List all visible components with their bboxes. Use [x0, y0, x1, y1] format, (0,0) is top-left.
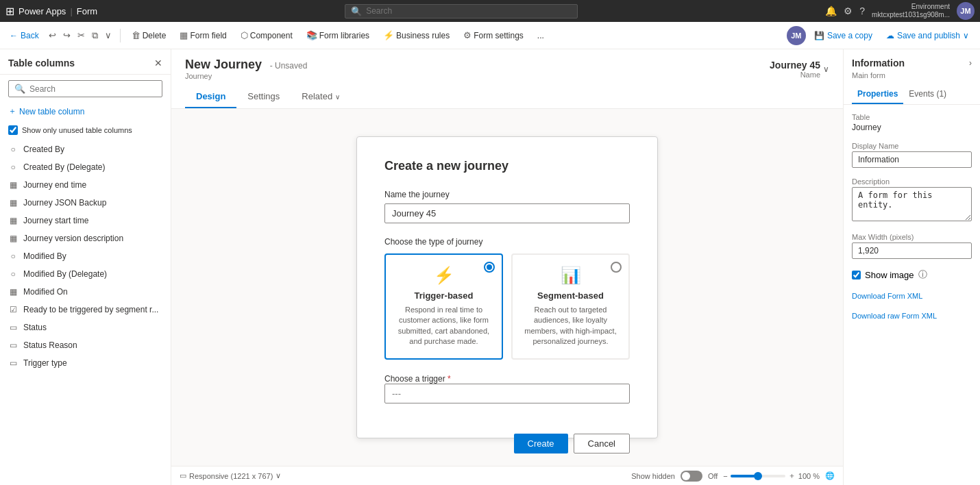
- show-image-checkbox[interactable]: [852, 271, 861, 279]
- list-item[interactable]: ▭Status Reason: [0, 336, 171, 354]
- list-item[interactable]: ▦Journey JSON Backup: [0, 194, 171, 212]
- list-item-label: Trigger type: [23, 358, 67, 368]
- help-icon[interactable]: ?: [859, 5, 865, 16]
- form-header: New Journey - Unsaved Journey Journey 45…: [171, 49, 843, 109]
- segment-based-card[interactable]: 📊 Segment-based Reach out to targeted au…: [511, 253, 630, 360]
- trigger-input[interactable]: [384, 384, 630, 403]
- description-input[interactable]: A form for this entity.: [852, 187, 972, 221]
- form-settings-icon: ⚙: [463, 30, 471, 40]
- list-item[interactable]: ☑Ready to be triggered by segment r...: [0, 301, 171, 319]
- list-item[interactable]: ○Created By: [0, 140, 171, 158]
- list-item-label: Journey JSON Backup: [23, 198, 106, 208]
- download-form-xml-link[interactable]: Download Form XML: [852, 292, 922, 300]
- chevron-down-button[interactable]: ∨: [102, 27, 114, 43]
- tab-related[interactable]: Related ∨: [291, 86, 350, 108]
- cut-button[interactable]: ✂: [75, 27, 88, 43]
- bottom-bar: ▭ Responsive (1221 x 767) ∨ Show hidden …: [171, 466, 843, 485]
- list-item-label: Status: [23, 323, 47, 332]
- form-libraries-button[interactable]: 📚 Form libraries: [301, 27, 375, 43]
- form-field-button[interactable]: ▦ Form field: [174, 27, 232, 43]
- max-width-input[interactable]: [852, 242, 972, 259]
- delete-icon: 🗑: [132, 30, 140, 40]
- right-panel: Information › Main form Properties Event…: [843, 49, 980, 485]
- settings-icon[interactable]: ⚙: [844, 5, 853, 16]
- table-value: Journey: [852, 123, 972, 132]
- globe-icon[interactable]: 🌐: [825, 471, 835, 480]
- segment-card-desc: Reach out to targeted audiences, like lo…: [524, 305, 617, 347]
- delete-button[interactable]: 🗑 Delete: [126, 27, 172, 43]
- show-hidden-label: Show hidden: [631, 472, 675, 480]
- tab-settings[interactable]: Settings: [236, 86, 291, 108]
- tab-events[interactable]: Events (1): [903, 85, 952, 104]
- form-name: New Journey: [185, 58, 262, 71]
- responsive-chevron[interactable]: ∨: [275, 471, 281, 480]
- back-button[interactable]: ← Back: [5, 28, 43, 43]
- panel-search-input[interactable]: [29, 84, 156, 94]
- show-hidden-toggle[interactable]: [681, 471, 702, 482]
- redo-button[interactable]: ↪: [60, 27, 73, 43]
- notification-icon[interactable]: 🔔: [825, 5, 837, 16]
- dialog-actions: Create Cancel: [384, 434, 630, 453]
- search-box[interactable]: 🔍: [345, 4, 578, 18]
- journey-name-right: Journey 45: [770, 60, 820, 71]
- tab-design[interactable]: Design: [185, 86, 236, 108]
- journey-name-input[interactable]: [384, 203, 630, 223]
- display-name-label: Display Name: [852, 142, 972, 150]
- panel-search-box[interactable]: 🔍: [8, 80, 162, 97]
- form-settings-button[interactable]: ⚙ Form settings: [458, 27, 529, 43]
- search-input[interactable]: [366, 6, 572, 16]
- business-rules-button[interactable]: ⚡ Business rules: [378, 27, 455, 43]
- download-raw-xml-link[interactable]: Download raw Form XML: [852, 312, 937, 320]
- save-publish-button[interactable]: ☁ Save and publish ∨: [881, 28, 975, 43]
- dialog-title: Create a new journey: [384, 159, 630, 173]
- tab-properties[interactable]: Properties: [852, 85, 903, 104]
- chevron-down-icon[interactable]: ∨: [823, 64, 829, 74]
- list-item-label: Ready to be triggered by segment r...: [23, 305, 158, 314]
- close-panel-button[interactable]: ✕: [154, 58, 162, 69]
- zoom-plus-icon[interactable]: ＋: [788, 471, 796, 481]
- user-avatar[interactable]: JM: [957, 2, 975, 20]
- column-list: ○Created By○Created By (Delegate)▦Journe…: [0, 140, 171, 485]
- app-name: Power Apps: [19, 6, 66, 16]
- list-item-icon: ▦: [8, 180, 18, 190]
- trigger-based-card[interactable]: ⚡ Trigger-based Respond in real time to …: [384, 253, 503, 360]
- zoom-control: − ＋ 100 %: [723, 471, 820, 481]
- app-divider: |: [70, 6, 72, 16]
- component-button[interactable]: ⬡ Component: [235, 27, 298, 43]
- expand-button[interactable]: ›: [969, 58, 972, 68]
- cancel-button[interactable]: Cancel: [574, 434, 630, 453]
- create-journey-dialog: Create a new journey Name the journey Ch…: [356, 136, 658, 438]
- segment-radio[interactable]: [611, 262, 622, 273]
- save-copy-button[interactable]: 💾 Save a copy: [809, 28, 878, 43]
- trigger-radio[interactable]: [484, 262, 495, 273]
- list-item[interactable]: ○Modified By: [0, 247, 171, 265]
- user-avatar-toolbar[interactable]: JM: [787, 26, 806, 45]
- copy-button[interactable]: ⧉: [89, 27, 101, 44]
- list-item[interactable]: ▭Trigger type: [0, 354, 171, 372]
- list-item-label: Journey end time: [23, 180, 86, 190]
- zoom-minus-icon[interactable]: −: [723, 472, 727, 480]
- list-item[interactable]: ▦Journey end time: [0, 176, 171, 194]
- display-name-input[interactable]: [852, 151, 972, 168]
- show-unused-checkbox[interactable]: [8, 125, 18, 135]
- list-item[interactable]: ○Modified By (Delegate): [0, 265, 171, 283]
- form-libraries-icon: 📚: [306, 30, 317, 40]
- create-button[interactable]: Create: [514, 434, 568, 453]
- list-item-icon: ▦: [8, 198, 18, 208]
- choose-trigger-label: Choose a trigger *: [384, 374, 451, 384]
- list-item-icon: ○: [8, 162, 18, 172]
- list-item[interactable]: ▦Journey version description: [0, 229, 171, 247]
- list-item-label: Journey version description: [23, 234, 123, 243]
- list-item[interactable]: ▦Journey start time: [0, 212, 171, 229]
- waffle-icon[interactable]: ⊞: [5, 5, 14, 18]
- list-item-icon: ▭: [8, 323, 18, 332]
- list-item-label: Modified By (Delegate): [23, 269, 107, 279]
- back-arrow-icon: ←: [10, 31, 18, 40]
- more-button[interactable]: ...: [532, 28, 550, 43]
- list-item[interactable]: ▦Modified On: [0, 283, 171, 301]
- info-icon[interactable]: ⓘ: [918, 269, 927, 281]
- new-column-button[interactable]: ＋ New table column: [8, 105, 84, 117]
- undo-button[interactable]: ↩: [46, 27, 59, 43]
- list-item[interactable]: ▭Status: [0, 319, 171, 336]
- list-item[interactable]: ○Created By (Delegate): [0, 158, 171, 176]
